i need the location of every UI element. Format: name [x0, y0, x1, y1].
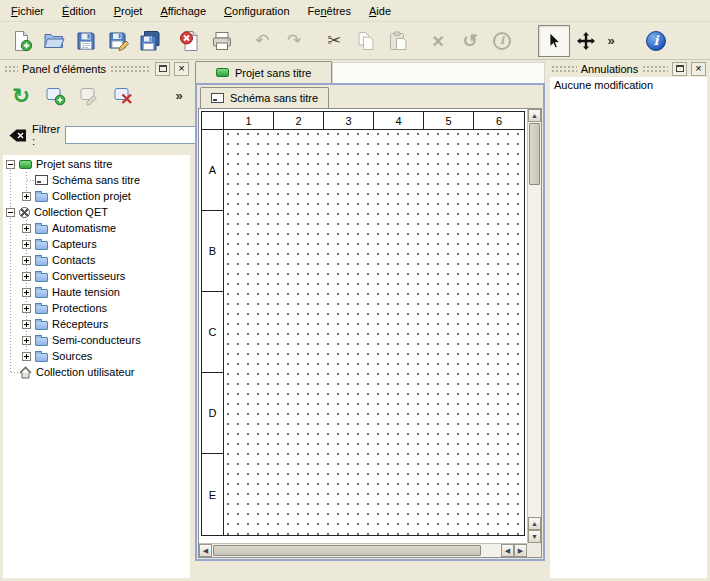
- menu-fichier[interactable]: Fichier: [2, 2, 53, 20]
- undo-history-list[interactable]: Aucune modification: [550, 77, 707, 578]
- elements-tree: Projet sans titre Schéma sans titre Coll…: [3, 155, 190, 578]
- tree-item-recepteurs[interactable]: Récepteurs: [3, 316, 190, 332]
- expand-toggle-icon[interactable]: [22, 272, 31, 281]
- tree-item-semi-conducteurs[interactable]: Semi-conducteurs: [3, 332, 190, 348]
- clear-filter-icon[interactable]: [8, 128, 27, 143]
- horizontal-scroll-track[interactable]: [212, 544, 501, 557]
- scroll-down-button[interactable]: ▼: [528, 530, 541, 543]
- folder-icon: [35, 257, 48, 266]
- element-info-button[interactable]: i: [486, 25, 518, 57]
- menu-affichage[interactable]: Affichage: [151, 2, 215, 20]
- horizontal-scrollbar[interactable]: ◀ ◀ ▶: [199, 543, 527, 557]
- dock-grip-handle[interactable]: [110, 65, 151, 73]
- mdi-bottom-margin: [195, 561, 545, 580]
- tree-item-label: Capteurs: [52, 238, 97, 250]
- tree-item-contacts[interactable]: Contacts: [3, 252, 190, 268]
- tree-item-haute-tension[interactable]: Haute tension: [3, 284, 190, 300]
- collapse-toggle-icon[interactable]: [6, 160, 15, 169]
- close-panel-button[interactable]: ×: [174, 62, 189, 76]
- menu-fenetres[interactable]: Fenêtres: [299, 2, 360, 20]
- vertical-scrollbar[interactable]: ▲ ▲ ▼: [527, 109, 541, 543]
- float-panel-button[interactable]: [155, 62, 170, 76]
- tree-item-label: Schéma sans titre: [52, 174, 140, 186]
- delete-button[interactable]: ×: [422, 25, 454, 57]
- edit-element-button[interactable]: [74, 81, 104, 109]
- toolbar-overflow-button[interactable]: »: [602, 25, 620, 57]
- expand-toggle-icon[interactable]: [22, 192, 31, 201]
- tree-item-projet[interactable]: Projet sans titre: [3, 156, 190, 172]
- close-file-button[interactable]: [174, 25, 206, 57]
- diagram-sheet: 1 2 3 4 5 6 A B C D E: [201, 111, 525, 536]
- expand-toggle-icon[interactable]: [22, 224, 31, 233]
- scroll-up-button-bottom[interactable]: ▲: [528, 517, 541, 530]
- paste-button[interactable]: [382, 25, 414, 57]
- save-as-button[interactable]: [102, 25, 134, 57]
- tree-item-convertisseurs[interactable]: Convertisseurs: [3, 268, 190, 284]
- folder-icon: [35, 193, 48, 202]
- collapse-toggle-icon[interactable]: [6, 208, 15, 217]
- expand-toggle-icon[interactable]: [22, 352, 31, 361]
- tree-item-sources[interactable]: Sources: [3, 348, 190, 364]
- schema-tab-bar: Schéma sans titre: [197, 85, 543, 108]
- cut-button[interactable]: ✂: [318, 25, 350, 57]
- vertical-scroll-thumb[interactable]: [529, 123, 540, 185]
- tab-projet-sans-titre[interactable]: Projet sans titre: [195, 61, 332, 83]
- dock-grip-handle[interactable]: [551, 65, 577, 73]
- column-header: 1: [224, 112, 274, 130]
- diagram-view[interactable]: 1 2 3 4 5 6 A B C D E: [199, 109, 527, 543]
- about-button[interactable]: i: [640, 25, 672, 57]
- move-mode-button[interactable]: [570, 25, 602, 57]
- close-panel-button[interactable]: ×: [691, 62, 706, 76]
- mdi-area: Projet sans titre Schéma sans titre: [193, 60, 547, 580]
- scroll-right-button[interactable]: ▶: [514, 544, 527, 557]
- select-mode-button[interactable]: [538, 25, 570, 57]
- menu-bar: Fichier Édition Projet Affichage Configu…: [0, 0, 710, 22]
- tree-item-capteurs[interactable]: Capteurs: [3, 236, 190, 252]
- print-button[interactable]: [206, 25, 238, 57]
- open-document-button[interactable]: [38, 25, 70, 57]
- scroll-left-button[interactable]: ◀: [199, 544, 212, 557]
- rotate-button[interactable]: ↺: [454, 25, 486, 57]
- vertical-scroll-track[interactable]: [528, 122, 541, 517]
- expand-toggle-icon[interactable]: [22, 320, 31, 329]
- row-header: B: [202, 211, 224, 292]
- tree-item-protections[interactable]: Protections: [3, 300, 190, 316]
- diagram-grid-canvas[interactable]: [224, 130, 524, 535]
- scroll-up-button[interactable]: ▲: [528, 109, 541, 122]
- dock-grip-handle[interactable]: [4, 65, 18, 73]
- tree-item-label: Haute tension: [52, 286, 120, 298]
- expand-toggle-icon[interactable]: [22, 304, 31, 313]
- menu-edition[interactable]: Édition: [53, 2, 105, 20]
- tree-item-collection-utilisateur[interactable]: Collection utilisateur: [3, 364, 190, 380]
- undo-button[interactable]: ↶: [246, 25, 278, 57]
- dock-grip-handle[interactable]: [642, 65, 668, 73]
- menu-aide[interactable]: Aide: [360, 2, 400, 20]
- expand-toggle-icon[interactable]: [22, 256, 31, 265]
- scroll-left-button-right[interactable]: ◀: [501, 544, 514, 557]
- project-subwindow: Schéma sans titre 1 2 3 4 5: [195, 83, 545, 561]
- save-all-button[interactable]: [134, 25, 166, 57]
- redo-button[interactable]: ↷: [278, 25, 310, 57]
- expand-toggle-icon[interactable]: [22, 288, 31, 297]
- tree-item-automatisme[interactable]: Automatisme: [3, 220, 190, 236]
- delete-element-icon: [113, 85, 134, 106]
- new-element-button[interactable]: [40, 81, 70, 109]
- delete-element-button[interactable]: [108, 81, 138, 109]
- filter-row: Filtrer :: [2, 123, 191, 147]
- tree-item-collection-qet[interactable]: Collection QET: [3, 204, 190, 220]
- tree-item-label: Protections: [52, 302, 107, 314]
- expand-toggle-icon[interactable]: [22, 336, 31, 345]
- expand-toggle-icon[interactable]: [22, 240, 31, 249]
- save-button[interactable]: [70, 25, 102, 57]
- reload-collections-button[interactable]: ↻: [6, 81, 36, 109]
- menu-configuration[interactable]: Configuration: [215, 2, 298, 20]
- copy-button[interactable]: [350, 25, 382, 57]
- new-document-button[interactable]: [6, 25, 38, 57]
- float-panel-button[interactable]: [672, 62, 687, 76]
- tree-item-collection-projet[interactable]: Collection projet: [3, 188, 190, 204]
- panel-toolbar-overflow-button[interactable]: »: [171, 81, 187, 109]
- elements-panel: Panel d'éléments × ↻: [0, 60, 193, 580]
- tab-schema-sans-titre[interactable]: Schéma sans titre: [200, 87, 329, 108]
- horizontal-scroll-thumb[interactable]: [213, 545, 481, 556]
- menu-projet[interactable]: Projet: [105, 2, 152, 20]
